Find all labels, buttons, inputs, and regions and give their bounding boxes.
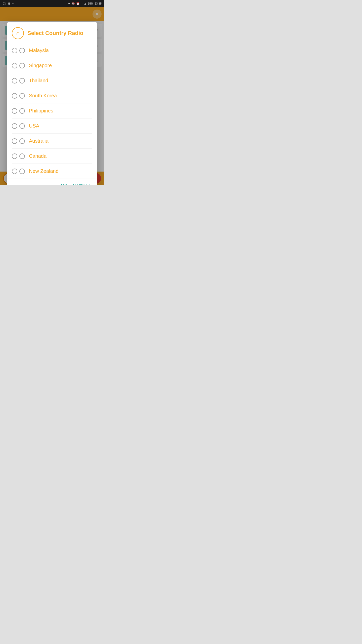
country-item-canada[interactable]: Canada	[12, 149, 92, 164]
radio-btn-2-south-korea[interactable]	[19, 93, 25, 99]
radio-group-malaysia	[12, 48, 25, 53]
country-label-usa: USA	[29, 123, 39, 129]
home-icon: ⌂	[16, 30, 19, 36]
country-item-malaysia[interactable]: Malaysia	[12, 43, 92, 58]
radio-group-australia	[12, 138, 25, 144]
radio-group-philippines	[12, 108, 25, 114]
modal-overlay: ⌂ Select Country Radio Malaysia	[0, 7, 104, 185]
home-icon-circle: ⌂	[12, 27, 24, 39]
ok-button[interactable]: OK	[61, 183, 68, 185]
alarm-icon: ⏰	[76, 2, 80, 5]
country-label-thailand: Thailand	[29, 78, 48, 84]
radio-btn-2-malaysia[interactable]	[19, 48, 25, 53]
modal-header: ⌂ Select Country Radio	[7, 22, 97, 43]
status-bar-right: ✦ 🔇 ⏰ ⌣ ▲ 95% 23:35	[68, 2, 102, 5]
radio-group-singapore	[12, 63, 25, 68]
signal-icon: ▲	[84, 2, 87, 5]
radio-btn-2-usa[interactable]	[19, 123, 25, 129]
radio-group-south-korea	[12, 93, 25, 99]
country-item-new-zealand[interactable]: New Zealand	[12, 164, 92, 179]
country-item-australia[interactable]: Australia	[12, 134, 92, 149]
radio-btn-2-new-zealand[interactable]	[19, 169, 25, 174]
bluetooth-icon: ✦	[68, 2, 70, 5]
cancel-button[interactable]: CANCEL	[73, 183, 91, 185]
radio-group-canada	[12, 153, 25, 159]
modal-title: Select Country Radio	[27, 30, 83, 36]
country-label-malaysia: Malaysia	[29, 48, 49, 53]
radio-btn-1-philippines[interactable]	[12, 108, 17, 114]
radio-btn-1-australia[interactable]	[12, 138, 17, 144]
status-bar-left: 🎧 @ ✉	[3, 2, 14, 5]
status-bar: 🎧 @ ✉ ✦ 🔇 ⏰ ⌣ ▲ 95% 23:35	[0, 0, 104, 7]
country-label-canada: Canada	[29, 153, 47, 159]
wifi-icon: ⌣	[81, 2, 83, 5]
headphone-icon: 🎧	[3, 2, 6, 5]
modal-footer: OK CANCEL	[7, 179, 97, 185]
radio-btn-2-australia[interactable]	[19, 138, 25, 144]
radio-btn-1-thailand[interactable]	[12, 78, 17, 84]
radio-btn-1-south-korea[interactable]	[12, 93, 17, 99]
country-label-south-korea: South Korea	[29, 93, 57, 99]
radio-group-new-zealand	[12, 169, 25, 174]
battery-level: 95%	[88, 2, 93, 5]
country-item-thailand[interactable]: Thailand	[12, 73, 92, 88]
radio-btn-1-malaysia[interactable]	[12, 48, 17, 53]
country-item-singapore[interactable]: Singapore	[12, 58, 92, 73]
country-item-philippines[interactable]: Philippines	[12, 103, 92, 118]
radio-btn-1-new-zealand[interactable]	[12, 169, 17, 174]
radio-btn-2-thailand[interactable]	[19, 78, 25, 84]
radio-btn-2-philippines[interactable]	[19, 108, 25, 114]
country-label-new-zealand: New Zealand	[29, 168, 59, 174]
country-list: Malaysia Singapore	[7, 43, 97, 179]
country-label-singapore: Singapore	[29, 63, 52, 68]
country-item-south-korea[interactable]: South Korea	[12, 88, 92, 103]
radio-btn-1-singapore[interactable]	[12, 63, 17, 68]
app-container: 🎧 @ ✉ ✦ 🔇 ⏰ ⌣ ▲ 95% 23:35 ≡ ✕ ★	[0, 0, 104, 185]
app-background: ≡ ✕ ★ ▼ ☆ ☆	[0, 7, 104, 185]
radio-btn-1-canada[interactable]	[12, 153, 17, 159]
radio-group-usa	[12, 123, 25, 129]
country-label-philippines: Philippines	[29, 108, 53, 114]
radio-group-thailand	[12, 78, 25, 84]
radio-btn-2-singapore[interactable]	[19, 63, 25, 68]
country-label-australia: Australia	[29, 138, 49, 144]
mail-icon: ✉	[12, 2, 14, 5]
radio-btn-1-usa[interactable]	[12, 123, 17, 129]
radio-btn-2-canada[interactable]	[19, 153, 25, 159]
time-display: 23:35	[95, 2, 102, 5]
country-item-usa[interactable]: USA	[12, 118, 92, 134]
select-country-modal: ⌂ Select Country Radio Malaysia	[7, 22, 97, 185]
mute-icon: 🔇	[71, 2, 75, 5]
at-icon: @	[8, 2, 10, 5]
